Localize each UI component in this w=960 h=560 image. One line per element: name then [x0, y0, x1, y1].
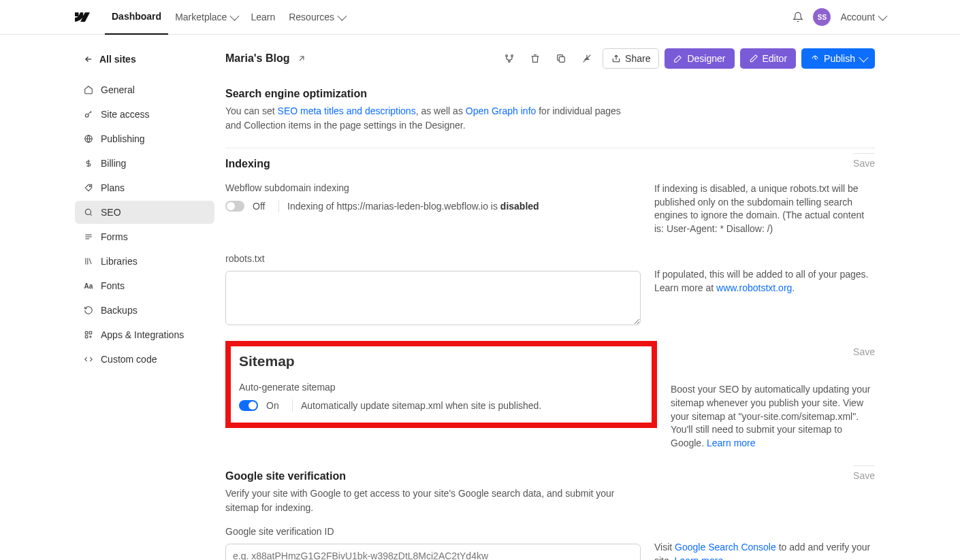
sitemap-toggle[interactable] — [239, 400, 258, 411]
robots-textarea[interactable] — [225, 271, 641, 325]
duplicate-icon[interactable] — [551, 48, 571, 69]
svg-rect-6 — [85, 335, 87, 338]
site-title: Maria's Blog — [225, 52, 290, 65]
robots-label: robots.txt — [225, 253, 641, 264]
gsv-learn-more-link[interactable]: Learn more — [675, 555, 724, 560]
designer-button[interactable]: Designer — [665, 48, 734, 69]
fonts-icon: Aa — [83, 280, 94, 291]
sidebar-item-label: Plans — [101, 182, 125, 193]
robots-org-link[interactable]: www.robotstxt.org — [716, 282, 792, 293]
dollar-icon — [83, 158, 94, 169]
branch-icon[interactable] — [499, 48, 519, 69]
sitemap-highlight: Sitemap Auto-generate sitemap On Automat… — [225, 341, 657, 428]
sidebar-item-publishing[interactable]: Publishing — [75, 127, 214, 150]
tag-icon — [83, 182, 94, 193]
google-search-console-link[interactable]: Google Search Console — [675, 542, 776, 553]
svg-point-7 — [506, 55, 508, 57]
robots-help: If populated, this will be added to all … — [654, 269, 868, 293]
sidebar-item-label: General — [101, 84, 135, 95]
indexing-toggle[interactable] — [225, 201, 244, 212]
bell-icon[interactable] — [793, 12, 803, 22]
back-label: All sites — [99, 54, 136, 65]
sitemap-field-label: Auto-generate sitemap — [239, 382, 643, 393]
gsv-field-label: Google site verification ID — [225, 526, 641, 537]
account-label: Account — [840, 12, 875, 22]
code-icon — [83, 354, 94, 365]
seo-meta-link[interactable]: SEO meta titles and descriptions — [278, 105, 416, 116]
gsv-help: Visit Google Search Console to add and v… — [654, 542, 870, 560]
top-nav-marketplace[interactable]: Marketplace — [168, 0, 244, 35]
search-icon — [83, 207, 94, 218]
chevron-down-icon — [230, 12, 240, 21]
unpin-icon[interactable] — [577, 48, 597, 69]
open-graph-link[interactable]: Open Graph info — [466, 105, 537, 116]
publish-button[interactable]: Publish — [801, 48, 875, 69]
external-link-icon[interactable] — [297, 54, 306, 63]
sitemap-toggle-state: On — [266, 400, 284, 411]
share-button[interactable]: Share — [603, 48, 659, 69]
top-nav-dashboard[interactable]: Dashboard — [105, 0, 168, 35]
sidebar-item-forms[interactable]: Forms — [75, 225, 214, 248]
sidebar-item-label: Backups — [101, 305, 138, 316]
sidebar-item-apps[interactable]: Apps & Integrations — [75, 323, 214, 346]
back-to-all-sites[interactable]: All sites — [75, 47, 214, 71]
home-icon — [83, 84, 94, 95]
gsv-heading: Google site verification — [225, 470, 346, 482]
gsv-sub: Verify your site with Google to get acce… — [225, 487, 634, 515]
svg-point-0 — [85, 114, 89, 117]
sidebar-item-label: Publishing — [101, 133, 145, 144]
chevron-down-icon — [859, 53, 868, 63]
sidebar-item-label: Forms — [101, 231, 128, 242]
top-nav-dashboard-label: Dashboard — [112, 11, 161, 22]
top-nav-learn-label: Learn — [251, 12, 275, 22]
indexing-toggle-desc: Indexing of https://marias-leden-blog.we… — [287, 201, 539, 212]
sidebar-item-fonts[interactable]: AaFonts — [75, 274, 214, 297]
chevron-down-icon — [878, 12, 887, 21]
sidebar-item-backups[interactable]: Backups — [75, 299, 214, 322]
apps-icon — [83, 329, 94, 340]
top-nav-learn[interactable]: Learn — [244, 0, 282, 35]
webflow-logo-icon[interactable] — [75, 12, 90, 22]
sitemap-save: Save — [853, 342, 875, 357]
sidebar-item-label: SEO — [101, 207, 121, 218]
sidebar-item-label: Site access — [101, 109, 150, 120]
publish-label: Publish — [824, 53, 855, 64]
sitemap-learn-more-link[interactable]: Learn more — [707, 438, 756, 448]
editor-button[interactable]: Editor — [740, 48, 797, 69]
sidebar-item-site-access[interactable]: Site access — [75, 103, 214, 126]
indexing-save: Save — [853, 153, 875, 169]
top-nav-resources-label: Resources — [289, 12, 334, 22]
top-nav-resources[interactable]: Resources — [282, 0, 351, 35]
avatar[interactable]: SS — [813, 8, 831, 26]
share-label: Share — [625, 53, 650, 64]
sidebar-item-billing[interactable]: Billing — [75, 152, 214, 175]
key-icon — [83, 109, 94, 120]
undo-icon — [83, 305, 94, 316]
sitemap-help: Boost your SEO by automatically updating… — [671, 384, 870, 448]
indexing-help: If indexing is disabled, a unique robots… — [654, 182, 875, 235]
gsv-input[interactable] — [225, 544, 641, 560]
gsv-save: Save — [853, 465, 875, 481]
sidebar-item-general[interactable]: General — [75, 78, 214, 101]
seo-heading: Search engine optimization — [225, 88, 875, 100]
sidebar-item-custom-code[interactable]: Custom code — [75, 348, 214, 371]
svg-rect-10 — [559, 56, 564, 62]
svg-rect-4 — [85, 331, 87, 334]
library-icon — [83, 256, 94, 267]
svg-rect-5 — [89, 331, 92, 334]
sidebar-item-libraries[interactable]: Libraries — [75, 250, 214, 273]
seo-intro-text: You can set SEO meta titles and descript… — [225, 104, 634, 133]
sidebar-item-seo[interactable]: SEO — [75, 201, 214, 224]
forms-icon — [83, 231, 94, 242]
sidebar-item-label: Fonts — [101, 280, 125, 291]
globe-icon — [83, 133, 94, 144]
sitemap-toggle-desc: Automatically update sitemap.xml when si… — [301, 400, 541, 411]
sidebar-item-plans[interactable]: Plans — [75, 176, 214, 199]
sidebar-item-label: Libraries — [101, 256, 138, 267]
indexing-toggle-state: Off — [253, 201, 270, 212]
sitemap-heading: Sitemap — [239, 353, 643, 369]
designer-label: Designer — [687, 53, 725, 64]
account-menu[interactable]: Account — [840, 12, 885, 22]
editor-label: Editor — [763, 53, 788, 64]
trash-icon[interactable] — [525, 48, 545, 69]
